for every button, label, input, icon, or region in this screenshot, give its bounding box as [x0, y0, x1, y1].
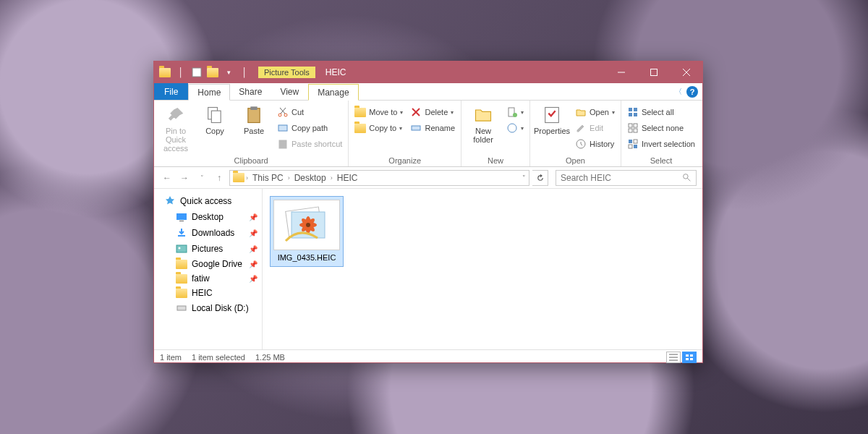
svg-point-9 — [278, 114, 281, 116]
svg-rect-24 — [634, 108, 637, 111]
quick-access-toolbar: │ ▾ │ — [154, 66, 251, 79]
status-selected: 1 item selected — [192, 353, 245, 362]
nav-pictures[interactable]: Pictures📌 — [154, 241, 262, 257]
move-to-label: Move to — [369, 108, 397, 116]
rename-icon — [410, 122, 422, 134]
qat-customize-icon[interactable]: ▾ — [222, 66, 235, 79]
svg-point-49 — [306, 223, 310, 227]
select-none-button[interactable]: Select none — [626, 121, 697, 135]
nav-heic-label: HEIC — [192, 288, 213, 298]
svg-rect-8 — [250, 106, 257, 110]
forward-button[interactable]: → — [177, 171, 192, 185]
minimize-button[interactable] — [605, 61, 637, 83]
nav-local-disk[interactable]: Local Disk (D:) — [154, 300, 262, 316]
details-view-button[interactable] — [666, 352, 681, 363]
group-clipboard: Pin to Quick access Copy Paste Cut Copy … — [154, 101, 349, 166]
folder-icon — [176, 289, 187, 298]
delete-button[interactable]: Delete▾ — [409, 105, 456, 119]
new-item-button[interactable]: ▾ — [505, 105, 525, 119]
easy-access-button[interactable]: ▾ — [505, 121, 525, 135]
crumb-heic[interactable]: HEIC — [334, 173, 361, 183]
new-folder-qat-icon[interactable] — [206, 66, 219, 79]
rename-button[interactable]: Rename — [409, 121, 456, 135]
breadcrumb[interactable]: › This PC › Desktop › HEIC ˅ — [229, 170, 529, 186]
select-all-label: Select all — [642, 108, 674, 116]
icons-view-button[interactable] — [682, 352, 697, 363]
select-all-button[interactable]: Select all — [626, 105, 697, 119]
back-button[interactable]: ← — [160, 171, 174, 185]
desktop-icon — [176, 211, 187, 223]
nav-google-drive[interactable]: Google Drive📌 — [154, 257, 262, 271]
copy-path-button[interactable]: Copy path — [276, 121, 344, 135]
open-button[interactable]: Open▾ — [574, 105, 616, 119]
copy-to-button[interactable]: Copy to▾ — [353, 121, 404, 135]
paste-shortcut-icon — [277, 138, 289, 150]
maximize-button[interactable] — [637, 61, 670, 83]
copy-path-label: Copy path — [292, 124, 328, 132]
recent-locations-button[interactable]: ˅ — [195, 171, 209, 185]
crumb-desktop[interactable]: Desktop — [292, 173, 329, 183]
edit-button[interactable]: Edit — [574, 121, 616, 135]
up-button[interactable]: ↑ — [212, 171, 226, 185]
properties-qat-icon[interactable] — [190, 66, 203, 79]
search-box[interactable] — [556, 170, 697, 186]
svg-rect-37 — [176, 213, 187, 220]
move-to-button[interactable]: Move to▾ — [353, 105, 404, 119]
search-input[interactable] — [561, 173, 682, 183]
properties-icon — [542, 105, 562, 125]
nav-local-disk-label: Local Disk (D:) — [192, 303, 249, 313]
invert-label: Invert selection — [642, 140, 695, 148]
copy-button[interactable]: Copy — [197, 102, 232, 135]
qat-separator: │ — [174, 66, 187, 79]
nav-fatiw[interactable]: fatiw📌 — [154, 271, 262, 286]
nav-downloads[interactable]: Downloads📌 — [154, 225, 262, 241]
open-icon — [575, 106, 587, 118]
tab-share[interactable]: Share — [230, 83, 271, 100]
pin-icon: 📌 — [249, 275, 258, 283]
group-select-label: Select — [626, 155, 697, 166]
paste-shortcut-button[interactable]: Paste shortcut — [276, 137, 344, 151]
chevron-right-icon[interactable]: › — [246, 174, 248, 182]
chevron-right-icon[interactable]: › — [331, 174, 333, 182]
qat-separator: │ — [238, 66, 251, 79]
file-item[interactable]: IMG_0435.HEIC — [270, 196, 344, 267]
folder-icon — [176, 274, 187, 284]
cut-button[interactable]: Cut — [276, 105, 344, 119]
nav-heic[interactable]: HEIC — [154, 286, 262, 300]
svg-rect-28 — [634, 124, 637, 127]
help-icon[interactable]: ? — [686, 86, 698, 98]
edit-label: Edit — [590, 124, 603, 132]
copy-path-icon — [277, 122, 289, 134]
svg-rect-6 — [211, 111, 221, 122]
close-button[interactable] — [670, 61, 702, 83]
new-folder-button[interactable]: New folder — [466, 102, 501, 144]
nav-quick-access[interactable]: Quick access — [154, 193, 262, 209]
invert-selection-button[interactable]: Invert selection — [626, 137, 697, 151]
pin-to-quick-access-button[interactable]: Pin to Quick access — [158, 102, 193, 153]
svg-rect-41 — [177, 306, 186, 310]
svg-rect-32 — [634, 140, 637, 143]
properties-button[interactable]: Properties — [535, 102, 569, 135]
file-view[interactable]: IMG_0435.HEIC — [263, 189, 702, 349]
group-organize-label: Organize — [353, 155, 456, 166]
nav-desktop[interactable]: Desktop📌 — [154, 209, 262, 225]
tab-home[interactable]: Home — [188, 84, 230, 101]
tab-file[interactable]: File — [154, 83, 188, 100]
nav-quick-access-label: Quick access — [180, 196, 231, 206]
address-dropdown-icon[interactable]: ˅ — [522, 174, 526, 182]
crumb-this-pc[interactable]: This PC — [250, 173, 286, 183]
paste-button[interactable]: Paste — [237, 102, 271, 135]
group-open: Properties Open▾ Edit History Open — [530, 101, 621, 166]
new-folder-label: New folder — [466, 127, 501, 144]
navigation-pane[interactable]: Quick access Desktop📌 Downloads📌 Picture… — [154, 189, 263, 349]
rename-label: Rename — [425, 124, 455, 132]
pin-icon: 📌 — [249, 260, 258, 268]
refresh-button[interactable] — [532, 170, 548, 186]
chevron-right-icon[interactable]: › — [288, 174, 290, 182]
tab-manage[interactable]: Manage — [308, 84, 358, 101]
svg-rect-26 — [634, 113, 637, 116]
collapse-ribbon-icon[interactable]: 〈 — [675, 87, 682, 97]
tab-view[interactable]: View — [271, 83, 308, 100]
history-button[interactable]: History — [574, 137, 616, 151]
svg-rect-55 — [686, 358, 689, 360]
